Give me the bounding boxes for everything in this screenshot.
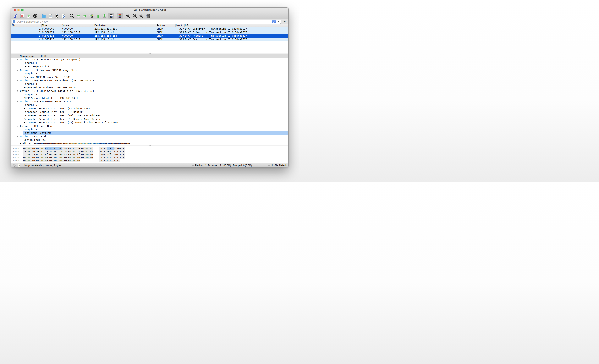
hex-ascii[interactable]: ········ ·····	[99, 159, 120, 162]
detail-row[interactable]: Option: (50) Requested IP Address (192.1…	[11, 79, 288, 82]
detail-row[interactable]: Length: 2	[11, 72, 288, 75]
add-filter-button[interactable]: +	[283, 20, 286, 23]
column-separator[interactable]	[94, 25, 94, 27]
column-header-time[interactable]: Time	[42, 24, 61, 27]
detail-row[interactable]: Padding: 0000000000000000000000000000000…	[11, 142, 288, 145]
column-separator[interactable]	[62, 25, 62, 27]
detail-row-related[interactable]: Host Name: office0	[11, 131, 288, 135]
close-window-button[interactable]	[14, 9, 16, 11]
expand-triangle-icon[interactable]	[17, 80, 18, 81]
detail-row[interactable]: Option: (255) End	[11, 135, 288, 138]
column-header-length[interactable]: Length	[176, 24, 184, 27]
detail-row[interactable]: Length: 4	[11, 93, 288, 96]
apply-filter-button[interactable]	[272, 20, 276, 23]
detail-row[interactable]: Length: 7	[11, 128, 288, 131]
detail-row-selected[interactable]: Magic cookie: DHCP	[11, 54, 288, 58]
hex-ascii[interactable]: ··*··off ice0····	[99, 153, 125, 156]
hex-bytes[interactable]: 00 00 00 00 00 00 00 00 00 00 00 00 00 0…	[23, 156, 93, 159]
hex-bytes[interactable]: 00 00 00 00 00 00 00 00 00 00 00 00 00	[23, 159, 80, 162]
hex-row-0150[interactable]: 015032 04 c0 a8 0a 2a 36 04 c0 a8 0a 01 …	[11, 150, 288, 153]
find-packet-button[interactable]	[69, 13, 75, 19]
go-first-packet-button[interactable]	[95, 13, 101, 19]
zoom-out-button[interactable]	[132, 13, 138, 19]
restart-capture-button[interactable]	[26, 13, 32, 19]
hex-ascii[interactable]: 2····*6· ····7···	[99, 150, 125, 153]
auto-scroll-button[interactable]	[108, 13, 114, 19]
detail-row[interactable]: Option End: 255	[11, 138, 288, 142]
expand-triangle-icon[interactable]	[17, 126, 18, 127]
column-header-no[interactable]: No.	[12, 24, 41, 27]
packet-row-4[interactable]: 40.573126192.168.10.1192.168.10.42DHCP38…	[11, 38, 288, 41]
detail-row[interactable]: DHCP Server Identifier: 192.168.10.1	[11, 96, 288, 100]
column-header-destination[interactable]: Destination	[94, 24, 156, 27]
expand-triangle-icon[interactable]	[17, 59, 18, 60]
hex-ascii[interactable]: ·····c·S c5··9···	[99, 147, 125, 150]
filter-bookmark-icon[interactable]	[12, 20, 16, 24]
column-header-protocol[interactable]: Protocol	[157, 24, 175, 27]
column-header-source[interactable]: Source	[62, 24, 93, 27]
column-separator[interactable]	[185, 25, 185, 27]
detail-row[interactable]: Option: (54) DHCP Server Identifier (192…	[11, 89, 288, 93]
title-bar[interactable]: Wi-Fi: en0 (udp port 37008)	[11, 8, 288, 13]
hex-ascii[interactable]: ········ ········	[99, 156, 125, 159]
expand-triangle-icon[interactable]	[17, 70, 18, 71]
detail-row[interactable]: Length: 4	[11, 82, 288, 86]
expand-triangle-icon[interactable]	[17, 101, 18, 102]
detail-row[interactable]: Option: (12) Host Name	[11, 124, 288, 128]
go-back-button[interactable]	[76, 13, 81, 19]
detail-row[interactable]: Option: (55) Parameter Request List	[11, 100, 288, 103]
packet-row-2[interactable]: 20.568471192.168.10.1192.168.10.42DHCP38…	[11, 31, 288, 34]
start-capture-button[interactable]	[13, 13, 18, 19]
stop-capture-button[interactable]	[19, 13, 25, 19]
detail-row[interactable]: Parameter Request List Item: (6) Domain …	[11, 118, 288, 121]
zoom-in-button[interactable]	[125, 13, 131, 19]
splitter-handle-icon[interactable]	[149, 53, 151, 54]
detail-row[interactable]: Option: (53) DHCP Message Type (Request)	[11, 58, 288, 61]
hex-bytes[interactable]: 32 04 c0 a8 0a 2a 36 04 c0 a8 0a 01 37 0…	[23, 150, 93, 153]
detail-row[interactable]: Length: 5	[11, 103, 288, 107]
save-file-button[interactable]: 010100110101110	[47, 13, 53, 19]
detail-row[interactable]: Parameter Request List Item: (1) Subnet …	[11, 107, 288, 110]
splitter-handle-icon[interactable]	[149, 144, 151, 146]
zoom-window-button[interactable]	[21, 9, 24, 11]
minimize-window-button[interactable]	[17, 9, 20, 11]
open-file-button[interactable]	[41, 13, 47, 19]
packet-row-1[interactable]: 10.0000000.0.0.0255.255.255.255DHCP397DH…	[11, 27, 288, 31]
column-header-info[interactable]: Info	[185, 24, 287, 27]
expand-triangle-icon[interactable]	[17, 90, 18, 92]
reload-file-button[interactable]	[61, 13, 66, 19]
hex-bytes[interactable]: 1c 06 2a 0c 07 6f 66 66 69 63 65 30 ff 0…	[23, 153, 93, 156]
pane-splitter[interactable]	[11, 53, 288, 54]
close-file-button[interactable]	[54, 13, 60, 19]
go-last-packet-button[interactable]	[102, 13, 108, 19]
zoom-reset-button[interactable]	[139, 13, 144, 19]
capture-comment-icon[interactable]	[18, 164, 21, 167]
profile-status[interactable]: Profile: Default	[271, 164, 287, 167]
resize-columns-button[interactable]	[145, 13, 151, 19]
hex-row-0160[interactable]: 01601c 06 2a 0c 07 6f 66 66 69 63 65 30 …	[11, 153, 288, 156]
hex-bytes[interactable]: 00 00 00 00 00 63 82 53 63 35 01 03 39 0…	[23, 147, 93, 150]
pane-splitter-2[interactable]	[11, 145, 288, 146]
packet-row-3[interactable]: 30.5731210.0.0.0255.255.255.255DHCP397DH…	[11, 34, 288, 38]
detail-row[interactable]: Parameter Request List Item: (42) Networ…	[11, 121, 288, 124]
expert-info-icon[interactable]	[13, 164, 16, 167]
hex-row-0140[interactable]: 014000 00 00 00 00 63 82 53 63 35 01 03 …	[11, 147, 288, 150]
hex-row-0180[interactable]: 018000 00 00 00 00 00 00 00 00 00 00 00 …	[11, 159, 288, 162]
detail-row[interactable]: Requested IP Address: 192.168.10.42	[11, 86, 288, 89]
column-separator[interactable]	[156, 25, 156, 27]
detail-row[interactable]: Length: 1	[11, 61, 288, 65]
detail-row[interactable]: Parameter Request List Item: (28) Broadc…	[11, 114, 288, 117]
detail-row[interactable]: Maximum DHCP Message Size: 1500	[11, 75, 288, 79]
display-filter-input[interactable]: Apply a display filter ... <⌘/>	[12, 20, 281, 24]
go-forward-button[interactable]	[82, 13, 88, 19]
detail-row[interactable]: Option: (57) Maximum DHCP Message Size	[11, 68, 288, 72]
filter-dropdown-caret[interactable]	[278, 21, 279, 22]
hex-row-0170[interactable]: 017000 00 00 00 00 00 00 00 00 00 00 00 …	[11, 156, 288, 159]
expand-triangle-icon[interactable]	[17, 136, 18, 137]
packet-details-pane: Magic cookie: DHCPOption: (53) DHCP Mess…	[11, 54, 288, 145]
capture-options-button[interactable]	[32, 13, 38, 19]
detail-row[interactable]: Parameter Request List Item: (3) Router	[11, 110, 288, 114]
detail-row[interactable]: DHCP: Request (3)	[11, 65, 288, 68]
go-to-packet-button[interactable]	[89, 13, 95, 19]
colorize-button[interactable]	[117, 13, 123, 19]
